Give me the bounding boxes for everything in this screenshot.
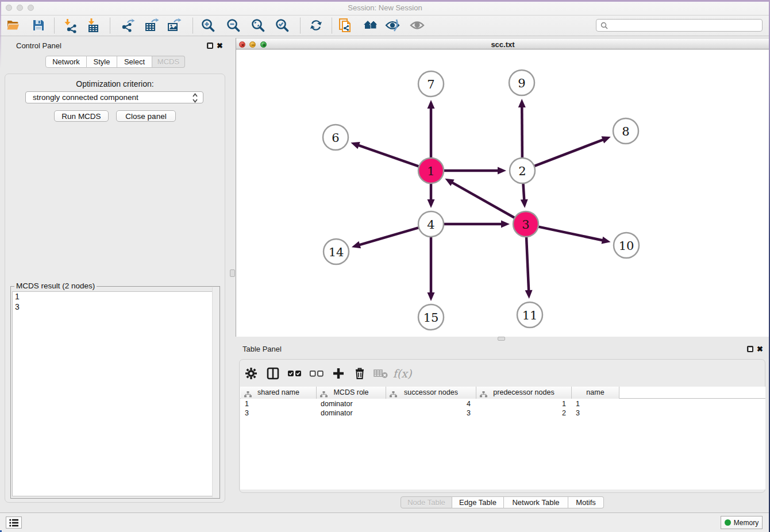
edge-3-1[interactable] bbox=[451, 182, 516, 219]
tab-select[interactable]: Select bbox=[117, 56, 152, 68]
graph-node-label: 7 bbox=[427, 78, 434, 91]
table-panel-float-button[interactable] bbox=[747, 346, 753, 352]
column-header-label: shared name bbox=[241, 388, 316, 396]
table-panel-close-button[interactable]: ✖ bbox=[757, 346, 763, 353]
edge-2-3[interactable] bbox=[523, 182, 524, 201]
zoom-selected-icon[interactable] bbox=[274, 17, 291, 34]
table-cell: dominator bbox=[321, 409, 386, 417]
combo-stepper-icon bbox=[192, 93, 198, 106]
edge-1-6[interactable] bbox=[357, 145, 420, 167]
table-row[interactable]: 1dominator411 bbox=[240, 399, 765, 408]
column-header-successor-nodes[interactable]: successor nodes bbox=[386, 387, 476, 399]
node-table[interactable]: shared nameMCDS rolesuccessor nodesprede… bbox=[240, 387, 765, 489]
hide-selected-icon[interactable] bbox=[384, 17, 401, 34]
task-history-button[interactable] bbox=[6, 516, 22, 529]
desktop-edge-top bbox=[0, 0, 770, 2]
splitter-grip[interactable] bbox=[230, 269, 235, 277]
column-header-label: successor nodes bbox=[386, 388, 476, 396]
control-panel-float-button[interactable] bbox=[207, 43, 213, 49]
tab-mcds[interactable]: MCDS bbox=[152, 56, 185, 68]
run-mcds-button[interactable]: Run MCDS bbox=[54, 110, 109, 122]
network-window: scc.txt 1234678910111415 bbox=[236, 38, 769, 337]
first-neighbors-icon[interactable] bbox=[362, 17, 379, 34]
edge-3-11[interactable] bbox=[526, 236, 529, 292]
zoom-out-icon[interactable] bbox=[225, 17, 242, 34]
table-row[interactable]: 3dominator323 bbox=[240, 408, 765, 418]
graph-node-label: 1 bbox=[427, 164, 434, 178]
show-all-icon[interactable] bbox=[409, 17, 426, 34]
table-cell: 2 bbox=[476, 409, 566, 417]
edge-arrow bbox=[428, 199, 435, 208]
toolbar-separator bbox=[54, 18, 55, 33]
apply-layout-icon[interactable] bbox=[307, 17, 325, 34]
column-header-predecessor-nodes[interactable]: predecessor nodes bbox=[476, 387, 572, 399]
export-network-icon[interactable] bbox=[119, 17, 136, 34]
edge-2-9[interactable] bbox=[522, 106, 522, 159]
mcds-result-list[interactable]: 13 bbox=[12, 291, 218, 496]
column-header-name[interactable]: name bbox=[572, 387, 619, 399]
tab-network[interactable]: Network bbox=[45, 56, 87, 68]
main-titlebar: Session: New Session bbox=[0, 0, 770, 16]
control-panel-close-button[interactable]: ✖ bbox=[217, 43, 223, 49]
criterion-select[interactable]: strongly connected component bbox=[25, 91, 203, 103]
close-panel-button[interactable]: Close panel bbox=[116, 110, 176, 122]
tab-edge-table[interactable]: Edge Table bbox=[452, 496, 504, 508]
edge-arrow bbox=[602, 136, 611, 143]
open-session-icon[interactable] bbox=[5, 17, 22, 34]
tab-motifs[interactable]: Motifs bbox=[568, 496, 604, 508]
export-image-icon[interactable] bbox=[165, 17, 182, 34]
delete-table-icon[interactable] bbox=[374, 366, 388, 381]
select-all-icon[interactable] bbox=[287, 366, 302, 381]
table-cell: 3 bbox=[245, 409, 316, 417]
table-cell: 3 bbox=[386, 409, 471, 417]
edge-4-14[interactable] bbox=[358, 228, 419, 245]
table-panel-content: f(x) shared nameMCDS rolesuccessor nodes… bbox=[239, 359, 765, 493]
export-table-icon[interactable] bbox=[143, 17, 160, 34]
column-header-MCDS-role[interactable]: MCDS role bbox=[317, 387, 386, 399]
toggle-panel-icon[interactable] bbox=[265, 366, 280, 381]
column-header-label: name bbox=[572, 388, 619, 396]
result-item[interactable]: 1 bbox=[13, 292, 217, 302]
add-column-icon[interactable] bbox=[331, 366, 346, 381]
mcds-result-group: MCDS result (2 nodes) 13 bbox=[10, 286, 220, 499]
zoom-in-icon[interactable] bbox=[199, 17, 217, 34]
tab-network-table[interactable]: Network Table bbox=[504, 496, 568, 508]
tab-node-table[interactable]: Node Table bbox=[401, 496, 452, 508]
tab-style[interactable]: Style bbox=[87, 56, 117, 68]
zoom-fit-icon[interactable] bbox=[249, 17, 267, 34]
graph-node-label: 15 bbox=[424, 311, 439, 325]
column-settings-icon[interactable] bbox=[244, 366, 259, 381]
vertical-splitter[interactable] bbox=[230, 36, 236, 340]
network-graph: 1234678910111415 bbox=[236, 50, 769, 337]
horizontal-splitter[interactable] bbox=[236, 337, 769, 341]
table-cell: 1 bbox=[576, 400, 619, 408]
table-cell: 1 bbox=[476, 400, 566, 408]
deselect-all-icon[interactable] bbox=[309, 366, 324, 381]
result-scrollbar[interactable] bbox=[212, 287, 219, 498]
search-input[interactable] bbox=[596, 19, 763, 32]
toolbar-separator bbox=[332, 18, 332, 33]
import-network-icon[interactable] bbox=[62, 17, 79, 34]
graph-node-label: 14 bbox=[329, 245, 344, 259]
column-header-shared-name[interactable]: shared name bbox=[241, 387, 317, 399]
import-table-icon[interactable] bbox=[84, 17, 102, 34]
control-panel-title: Control Panel bbox=[16, 41, 61, 50]
splitter-grip[interactable] bbox=[498, 337, 505, 341]
table-cell: dominator bbox=[321, 400, 386, 408]
memory-button[interactable]: Memory bbox=[721, 516, 763, 529]
edge-arrow bbox=[498, 167, 506, 175]
edge-2-8[interactable] bbox=[533, 139, 605, 167]
delete-columns-icon[interactable] bbox=[352, 366, 367, 381]
table-header-row: shared nameMCDS rolesuccessor nodesprede… bbox=[240, 387, 765, 399]
edge-3-10[interactable] bbox=[537, 226, 604, 241]
edge-arrow bbox=[525, 290, 533, 299]
search-icon bbox=[600, 22, 609, 30]
edge-arrow bbox=[501, 221, 510, 228]
network-canvas[interactable]: 1234678910111415 bbox=[236, 50, 769, 337]
table-panel: Table Panel ✖ f(x) shared nameMCDS roles… bbox=[236, 341, 769, 512]
result-item[interactable]: 3 bbox=[13, 302, 217, 313]
save-session-icon[interactable] bbox=[30, 17, 47, 34]
table-panel-title: Table Panel bbox=[242, 345, 282, 353]
clone-network-icon[interactable] bbox=[337, 17, 354, 34]
edge-arrow bbox=[428, 292, 435, 301]
